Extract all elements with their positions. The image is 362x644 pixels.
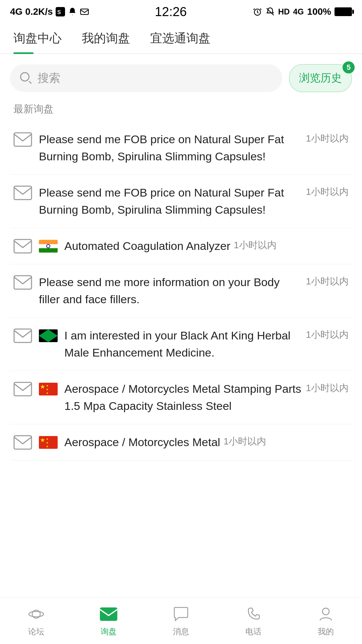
inquiry-text: Automated Coagulation Analyzer <box>64 237 230 255</box>
mail-icon <box>13 328 32 343</box>
network-4g: 4G <box>293 7 304 16</box>
inquiry-content: I am interested in your Black Ant King H… <box>64 327 349 361</box>
inquiry-text: Please send me FOB price on Natural Supe… <box>39 184 302 218</box>
inquiry-text: Aerospace / Motorcycles Metal Stamping P… <box>64 380 302 415</box>
svg-rect-2 <box>80 9 88 14</box>
china-flag-icon-2: ★ ★★★★ <box>39 435 58 450</box>
inquiry-content: Please send me FOB price on Natural Supe… <box>39 184 349 218</box>
svg-rect-10 <box>14 382 32 396</box>
tab-my-inquiry[interactable]: 我的询盘 <box>82 30 130 53</box>
signal-text: 4G 0.2K/s <box>10 6 53 17</box>
mail-active-icon <box>99 605 118 624</box>
svg-point-13 <box>29 611 44 617</box>
bottom-nav-forum[interactable]: 论坛 <box>27 605 46 637</box>
list-item[interactable]: Please send me FOB price on Natural Supe… <box>10 175 352 228</box>
inquiry-time: 1小时以内 <box>306 328 349 341</box>
status-time: 12:26 <box>155 5 187 19</box>
forum-label: 论坛 <box>28 626 44 637</box>
notification-icon <box>68 7 77 16</box>
snapchat-icon: S <box>56 7 65 16</box>
browse-history-button[interactable]: 浏览历史 5 <box>289 64 352 92</box>
list-item[interactable]: ★ ★★★★ Aerospace / Motorcycles Metal Sta… <box>10 371 352 424</box>
inquiry-label: 询盘 <box>101 626 117 637</box>
bottom-nav-phone[interactable]: 电话 <box>244 605 263 637</box>
inquiry-content: Aerospace / Motorcycles Metal 1小时以内 <box>64 434 349 451</box>
battery-icon <box>335 7 352 16</box>
mail-icon <box>13 275 32 290</box>
inquiry-content: Automated Coagulation Analyzer 1小时以内 <box>64 237 349 255</box>
user-icon <box>316 605 335 624</box>
section-label: 最新询盘 <box>0 99 362 121</box>
mail-icon <box>13 132 32 147</box>
jamaica-flag-icon <box>39 328 58 343</box>
inquiry-text: Aerospace / Motorcycles Metal <box>64 434 220 451</box>
bottom-nav: 论坛 询盘 消息 电话 <box>0 597 362 644</box>
inquiry-content: Aerospace / Motorcycles Metal Stamping P… <box>64 380 349 415</box>
inquiry-time: 1小时以内 <box>306 185 349 198</box>
inquiry-time: 1小时以内 <box>234 239 277 252</box>
tab-inquiry-center[interactable]: 询盘中心 <box>13 30 62 53</box>
mail-icon <box>13 185 32 200</box>
bell-off-icon <box>265 7 275 16</box>
list-item[interactable]: Please send me FOB price on Natural Supe… <box>10 121 352 175</box>
status-left: 4G 0.2K/s S <box>10 6 89 17</box>
mine-label: 我的 <box>318 626 334 637</box>
nav-tabs: 询盘中心 我的询盘 宜选通询盘 <box>0 23 362 54</box>
search-area: 搜索 浏览历史 5 <box>0 54 362 99</box>
inquiry-time: 1小时以内 <box>224 435 266 448</box>
svg-rect-8 <box>14 276 32 289</box>
message-label: 消息 <box>173 626 189 637</box>
inquiry-time: 1小时以内 <box>306 132 349 145</box>
svg-text:S: S <box>57 9 61 15</box>
india-flag-icon <box>39 239 58 254</box>
mail-status-icon <box>80 7 89 16</box>
svg-rect-5 <box>14 133 32 146</box>
inquiry-list: Please send me FOB price on Natural Supe… <box>0 121 362 461</box>
mail-icon <box>13 435 32 450</box>
tab-selected-inquiry[interactable]: 宜选通询盘 <box>150 30 210 53</box>
svg-rect-11 <box>14 436 32 449</box>
svg-rect-7 <box>14 239 32 253</box>
bottom-nav-mine[interactable]: 我的 <box>316 605 335 637</box>
inquiry-time: 1小时以内 <box>306 275 349 288</box>
search-placeholder: 搜索 <box>38 70 60 86</box>
bottom-nav-message[interactable]: 消息 <box>172 605 190 637</box>
browse-history-badge: 5 <box>343 61 355 73</box>
phone-icon <box>244 605 263 624</box>
mail-icon <box>13 382 32 396</box>
search-icon <box>20 72 32 84</box>
list-item[interactable]: Automated Coagulation Analyzer 1小时以内 <box>10 228 352 264</box>
alarm-icon <box>253 7 262 16</box>
hd-badge: HD <box>278 7 290 16</box>
list-item[interactable]: Please send me more information on your … <box>10 264 352 318</box>
inquiry-text: I am interested in your Black Ant King H… <box>64 327 302 361</box>
china-flag-icon: ★ ★★★★ <box>39 382 58 396</box>
battery-percent: 100% <box>307 6 331 17</box>
inquiry-content: Please send me FOB price on Natural Supe… <box>39 131 349 165</box>
browse-history-label: 浏览历史 <box>299 71 342 86</box>
planet-icon <box>27 605 46 624</box>
list-item[interactable]: ★ ★★★★ Aerospace / Motorcycles Metal 1小时… <box>10 424 352 461</box>
inquiry-text: Please send me more information on your … <box>39 274 302 308</box>
list-item[interactable]: I am interested in your Black Ant King H… <box>10 318 352 371</box>
search-box[interactable]: 搜索 <box>10 64 282 92</box>
inquiry-content: Please send me more information on your … <box>39 274 349 308</box>
inquiry-text: Please send me FOB price on Natural Supe… <box>39 131 302 165</box>
bottom-nav-inquiry[interactable]: 询盘 <box>99 605 118 637</box>
chat-icon <box>172 605 190 624</box>
phone-label: 电话 <box>245 626 261 637</box>
svg-rect-6 <box>14 186 32 200</box>
svg-rect-14 <box>100 607 117 621</box>
svg-rect-9 <box>14 329 32 342</box>
svg-point-15 <box>322 608 329 615</box>
status-bar: 4G 0.2K/s S 12:26 HD 4G 100% <box>0 0 362 23</box>
inquiry-time: 1小时以内 <box>306 382 349 394</box>
status-right: HD 4G 100% <box>253 6 352 17</box>
mail-icon <box>13 239 32 254</box>
